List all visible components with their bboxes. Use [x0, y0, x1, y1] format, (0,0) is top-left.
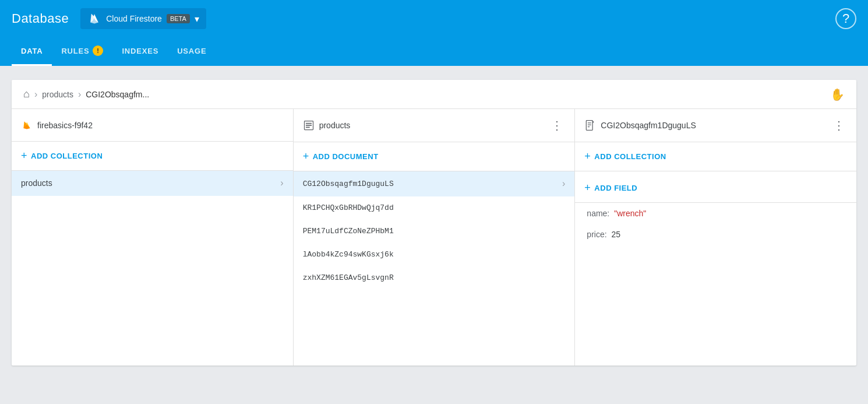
header-left: Database Cloud Firestore BETA ▾	[12, 8, 206, 29]
doc-item-0[interactable]: CG12Obsqagfm1DguguLS ›	[294, 171, 575, 196]
col3-title: CGI2Obsqagfm1DguguLS	[601, 121, 826, 130]
collection-small-icon	[303, 120, 315, 131]
add-collection-button-1[interactable]: + ADD COLLECTION	[12, 142, 293, 171]
breadcrumb-sep-1: ›	[34, 89, 37, 100]
add-document-button[interactable]: + ADD DOCUMENT	[294, 142, 575, 171]
svg-rect-4	[587, 121, 593, 131]
doc-item-text-1: KR1PCHQxGbRHDwQjq7dd	[303, 203, 394, 212]
service-selector[interactable]: Cloud Firestore BETA ▾	[80, 8, 206, 29]
svg-rect-3	[306, 127, 310, 128]
col2-menu-icon[interactable]: ⋮	[549, 116, 565, 135]
list-item-arrow-1: ›	[280, 178, 283, 188]
resize-handle-icon[interactable]: ✋	[830, 87, 845, 101]
field-price-row: price: 25	[575, 224, 856, 245]
list-item-products-text: products	[21, 178, 52, 188]
service-name: Cloud Firestore	[106, 14, 162, 23]
col2-title: products	[319, 121, 545, 130]
col3-header: CGI2Obsqagfm1DguguLS ⋮	[575, 109, 856, 142]
firebase-icon	[21, 120, 33, 131]
col-project: firebasics-f9f42 + ADD COLLECTION produc…	[12, 109, 294, 366]
breadcrumb-products[interactable]: products	[42, 90, 73, 99]
breadcrumb-document[interactable]: CGI2Obsqagfm...	[86, 90, 149, 99]
tab-data[interactable]: DATA	[12, 37, 52, 66]
home-icon[interactable]: ⌂	[23, 88, 30, 100]
document-small-icon	[584, 120, 596, 131]
doc-item-text-0: CG12Obsqagfm1DguguLS	[303, 180, 394, 188]
add-field-button[interactable]: + ADD FIELD	[575, 174, 856, 203]
col1-header: firebasics-f9f42	[12, 109, 293, 142]
main-content: ⌂ › products › CGI2Obsqagfm... ✋	[0, 66, 868, 380]
collection-icon	[303, 120, 315, 131]
plus-icon-4: +	[584, 182, 591, 194]
firebase-small-icon	[21, 120, 33, 131]
columns-container: firebasics-f9f42 + ADD COLLECTION produc…	[12, 109, 856, 366]
document-icon	[584, 120, 596, 131]
service-dropdown-icon: ▾	[195, 13, 199, 24]
rules-warning-badge: !	[93, 45, 103, 56]
field-name-value[interactable]: "wrench"	[614, 209, 646, 218]
app-title: Database	[12, 11, 69, 26]
col-document: CGI2Obsqagfm1DguguLS ⋮ + ADD COLLECTION …	[575, 109, 856, 366]
doc-item-arrow-0: ›	[562, 178, 565, 189]
firestore-panel: ⌂ › products › CGI2Obsqagfm... ✋	[12, 80, 856, 366]
tab-indexes[interactable]: INDEXES	[112, 37, 168, 64]
field-name-key: name:	[587, 209, 609, 218]
doc-item-text-2: PEM17uLdfCZoNeZPHbM1	[303, 227, 394, 236]
top-header: Database Cloud Firestore BETA ▾ ?	[0, 0, 868, 37]
col3-menu-icon[interactable]: ⋮	[831, 116, 847, 135]
beta-badge: BETA	[167, 14, 190, 23]
tab-rules[interactable]: RULES !	[52, 37, 112, 64]
breadcrumb: ⌂ › products › CGI2Obsqagfm... ✋	[12, 80, 856, 109]
list-item-products[interactable]: products ›	[12, 171, 293, 196]
field-name-row: name: "wrench"	[575, 203, 856, 224]
plus-icon-1: +	[21, 150, 27, 162]
breadcrumb-sep-2: ›	[78, 89, 81, 100]
doc-item-3[interactable]: lAobb4kZc94swKGsxj6k	[294, 243, 575, 266]
nav-tabs: DATA RULES ! INDEXES USAGE	[0, 37, 868, 66]
firebase-logo-icon	[87, 12, 101, 26]
field-price-key: price:	[587, 230, 606, 239]
doc-item-text-3: lAobb4kZc94swKGsxj6k	[303, 250, 394, 259]
add-collection-button-3[interactable]: + ADD COLLECTION	[575, 142, 856, 171]
help-button[interactable]: ?	[835, 8, 856, 29]
doc-item-2[interactable]: PEM17uLdfCZoNeZPHbM1	[294, 220, 575, 243]
doc-item-1[interactable]: KR1PCHQxGbRHDwQjq7dd	[294, 196, 575, 220]
col-collection: products ⋮ + ADD DOCUMENT CG12Obsqagfm1D…	[294, 109, 576, 366]
tab-usage[interactable]: USAGE	[168, 37, 216, 64]
doc-item-4[interactable]: zxhXZM61EGAv5gLsvgnR	[294, 266, 575, 290]
plus-icon-3: +	[584, 150, 591, 163]
svg-rect-1	[306, 123, 312, 124]
svg-rect-2	[306, 125, 312, 126]
doc-item-text-4: zxhXZM61EGAv5gLsvgnR	[303, 273, 394, 282]
col1-title: firebasics-f9f42	[37, 121, 284, 130]
field-price-value[interactable]: 25	[612, 230, 621, 239]
col2-header: products ⋮	[294, 109, 575, 142]
plus-icon-2: +	[303, 150, 309, 163]
